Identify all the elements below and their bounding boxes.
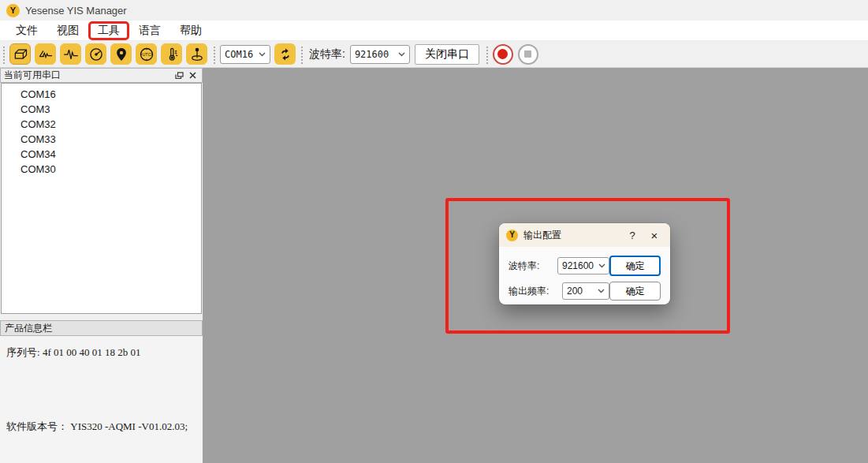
toolbar-grip[interactable] [2,45,6,64]
annotation-menu-highlight: 工具 [88,21,129,40]
dialog-close-button[interactable]: × [646,229,663,242]
dialog-baud-value: 921600 [562,260,594,271]
serial-port-item[interactable]: COM3 [2,102,201,117]
svg-text:UTC: UTC [142,52,151,57]
software-version-label: 软件版本号： [6,420,68,432]
serial-port-item[interactable]: COM34 [2,147,201,162]
thermometer-icon[interactable] [161,43,182,65]
cube-3d-icon[interactable] [9,43,31,65]
baud-rate-select[interactable]: 921600 [350,45,410,64]
toolbar: UTC COM16 波特率: 921600 关闭串口 [0,41,868,68]
toolbar-grip[interactable] [213,45,217,64]
dock-title: 当前可用串口 [4,69,61,82]
software-version-row: 软件版本号： YIS320 -AQMI -V01.02.03; [6,420,188,434]
output-config-dialog: Y 输出配置 ? × 波特率: 921600 确定 输出频率: 200 [499,223,670,304]
chevron-down-icon [598,263,605,268]
utc-clock-icon[interactable]: UTC [136,43,157,65]
stop-button[interactable] [518,44,538,65]
serial-port-item[interactable]: COM32 [2,117,201,132]
product-info-panel: 序列号: 4f 01 00 40 01 18 2b 01 软件版本号： YIS3… [0,336,203,463]
dialog-output-rate-value: 200 [567,286,583,297]
toolbar-grip[interactable] [486,45,490,64]
dialog-help-button[interactable]: ? [624,230,640,241]
dialog-output-rate-select[interactable]: 200 [562,282,609,300]
location-pin-icon[interactable] [110,43,132,65]
dock-header: 当前可用串口 [0,68,203,83]
window-title: Yesense YIS Manager [25,5,127,17]
record-icon [497,49,508,59]
baud-confirm-button[interactable]: 确定 [609,256,661,276]
float-panel-icon[interactable] [173,69,186,81]
pulse-waveform-icon[interactable] [60,43,81,65]
baud-rate-label: 波特率: [309,47,345,62]
dialog-body: 波特率: 921600 确定 输出频率: 200 确定 [499,247,670,301]
dialog-logo-icon: Y [506,230,518,241]
menu-language[interactable]: 语言 [129,21,170,40]
close-panel-icon[interactable] [186,69,199,81]
pin-base-icon[interactable] [186,43,207,65]
dialog-baud-select[interactable]: 921600 [557,257,609,274]
chevron-down-icon [598,289,605,293]
app-logo-icon: Y [6,4,20,17]
product-info-header: 产品信息栏 [0,320,203,336]
product-info-title: 产品信息栏 [5,322,52,335]
serial-port-item[interactable]: COM30 [2,162,201,177]
software-version-value: YIS320 -AQMI -V01.02.03; [70,420,188,432]
port-select-value: COM16 [225,49,253,60]
dialog-baud-label: 波特率: [509,260,557,273]
dialog-title: 输出配置 [523,229,561,242]
title-bar: Y Yesense YIS Manager [0,0,868,21]
workspace: Y 输出配置 ? × 波特率: 921600 确定 输出频率: 200 [203,68,868,463]
dialog-title-bar[interactable]: Y 输出配置 ? × [499,223,670,247]
baud-rate-row: 波特率: 921600 确定 [509,256,661,276]
toolbar-grip[interactable] [300,45,304,64]
port-select[interactable]: COM16 [220,45,270,64]
chevron-down-icon [398,52,405,57]
menu-bar: 文件 视图 工具 语言 帮助 [0,21,868,41]
close-serial-port-button[interactable]: 关闭串口 [415,44,479,65]
chevron-down-icon [259,52,266,57]
serial-port-item[interactable]: COM33 [2,132,201,147]
stop-icon [524,50,531,58]
record-button[interactable] [493,44,513,65]
baud-rate-value: 921600 [355,49,389,60]
menu-tools[interactable]: 工具 [91,23,127,37]
serial-port-dock: 当前可用串口 COM16COM3COM32COM33COM34COM30 产品信… [0,68,203,463]
serial-port-list: COM16COM3COM32COM33COM34COM30 [1,83,202,314]
serial-port-item[interactable]: COM16 [2,87,201,102]
menu-view[interactable]: 视图 [47,21,88,40]
dialog-output-rate-label: 输出频率: [509,285,557,298]
serial-number-label: 序列号: [6,346,40,358]
gauge-icon[interactable] [85,43,106,65]
serial-number-value: 4f 01 00 40 01 18 2b 01 [43,346,141,358]
output-rate-row: 输出频率: 200 确定 [509,282,661,301]
output-rate-confirm-button[interactable]: 确定 [609,282,661,301]
menu-file[interactable]: 文件 [6,21,47,40]
angle-waveform-icon[interactable] [35,43,56,65]
menu-help[interactable]: 帮助 [170,21,211,40]
serial-number-row: 序列号: 4f 01 00 40 01 18 2b 01 [6,345,140,360]
refresh-button[interactable] [274,43,296,65]
